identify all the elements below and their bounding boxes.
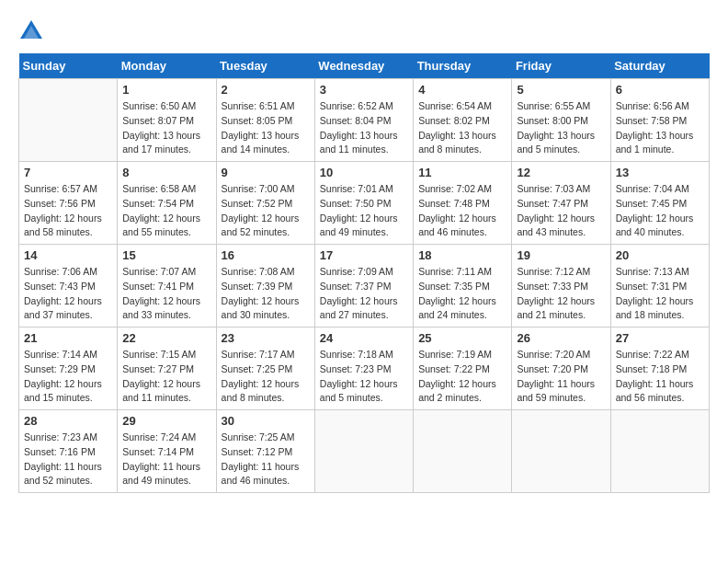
day-number: 5 xyxy=(517,83,605,97)
day-number: 20 xyxy=(616,248,704,262)
table-row: 7Sunrise: 6:57 AMSunset: 7:56 PMDaylight… xyxy=(19,162,118,245)
table-row: 9Sunrise: 7:00 AMSunset: 7:52 PMDaylight… xyxy=(216,162,314,245)
table-row xyxy=(19,79,118,162)
table-row: 29Sunrise: 7:24 AMSunset: 7:14 PMDayligh… xyxy=(118,410,216,493)
day-info: Sunrise: 7:25 AMSunset: 7:12 PMDaylight:… xyxy=(222,431,310,488)
table-row: 4Sunrise: 6:54 AMSunset: 8:02 PMDaylight… xyxy=(414,79,512,162)
logo-icon xyxy=(18,18,44,44)
day-info: Sunrise: 7:12 AMSunset: 7:33 PMDaylight:… xyxy=(517,265,605,323)
week-row: 14Sunrise: 7:06 AMSunset: 7:43 PMDayligh… xyxy=(19,245,710,327)
day-info: Sunrise: 7:19 AMSunset: 7:22 PMDaylight:… xyxy=(418,348,506,406)
day-info: Sunrise: 7:07 AMSunset: 7:41 PMDaylight:… xyxy=(122,265,210,323)
header-day: Sunday xyxy=(19,53,118,79)
day-number: 10 xyxy=(320,166,408,179)
table-row: 25Sunrise: 7:19 AMSunset: 7:22 PMDayligh… xyxy=(414,327,512,410)
day-number: 30 xyxy=(222,414,310,428)
day-info: Sunrise: 6:56 AMSunset: 7:58 PMDaylight:… xyxy=(616,99,704,157)
table-row xyxy=(512,410,610,493)
table-row: 6Sunrise: 6:56 AMSunset: 7:58 PMDaylight… xyxy=(610,79,709,162)
day-number: 24 xyxy=(320,331,408,345)
day-info: Sunrise: 6:54 AMSunset: 8:02 PMDaylight:… xyxy=(418,99,506,157)
day-info: Sunrise: 7:06 AMSunset: 7:43 PMDaylight:… xyxy=(24,265,112,323)
day-number: 13 xyxy=(616,166,704,179)
day-info: Sunrise: 7:09 AMSunset: 7:37 PMDaylight:… xyxy=(320,265,408,323)
table-row: 30Sunrise: 7:25 AMSunset: 7:12 PMDayligh… xyxy=(216,410,314,493)
day-info: Sunrise: 7:11 AMSunset: 7:35 PMDaylight:… xyxy=(418,265,506,323)
table-row: 18Sunrise: 7:11 AMSunset: 7:35 PMDayligh… xyxy=(414,245,512,327)
table-row: 28Sunrise: 7:23 AMSunset: 7:16 PMDayligh… xyxy=(19,410,118,493)
table-row: 14Sunrise: 7:06 AMSunset: 7:43 PMDayligh… xyxy=(19,245,118,327)
day-info: Sunrise: 7:01 AMSunset: 7:50 PMDaylight:… xyxy=(320,182,408,240)
table-row xyxy=(314,410,413,493)
day-info: Sunrise: 6:58 AMSunset: 7:54 PMDaylight:… xyxy=(122,182,210,240)
week-row: 28Sunrise: 7:23 AMSunset: 7:16 PMDayligh… xyxy=(19,410,710,493)
day-info: Sunrise: 7:08 AMSunset: 7:39 PMDaylight:… xyxy=(222,265,310,323)
day-info: Sunrise: 7:17 AMSunset: 7:25 PMDaylight:… xyxy=(222,348,310,406)
table-row: 16Sunrise: 7:08 AMSunset: 7:39 PMDayligh… xyxy=(216,245,314,327)
day-info: Sunrise: 6:55 AMSunset: 8:00 PMDaylight:… xyxy=(517,99,605,157)
day-number: 22 xyxy=(122,331,210,345)
table-row: 27Sunrise: 7:22 AMSunset: 7:18 PMDayligh… xyxy=(610,327,709,410)
day-number: 9 xyxy=(222,166,310,179)
day-info: Sunrise: 7:22 AMSunset: 7:18 PMDaylight:… xyxy=(616,348,704,406)
table-row: 3Sunrise: 6:52 AMSunset: 8:04 PMDaylight… xyxy=(314,79,413,162)
day-info: Sunrise: 6:52 AMSunset: 8:04 PMDaylight:… xyxy=(320,99,408,157)
day-number: 1 xyxy=(122,83,210,97)
day-number: 7 xyxy=(24,166,112,179)
day-info: Sunrise: 7:14 AMSunset: 7:29 PMDaylight:… xyxy=(24,348,112,406)
day-number: 16 xyxy=(222,248,310,262)
day-info: Sunrise: 6:57 AMSunset: 7:56 PMDaylight:… xyxy=(24,182,112,240)
table-row xyxy=(610,410,709,493)
day-number: 14 xyxy=(24,248,112,262)
table-row: 10Sunrise: 7:01 AMSunset: 7:50 PMDayligh… xyxy=(314,162,413,245)
day-info: Sunrise: 7:13 AMSunset: 7:31 PMDaylight:… xyxy=(616,265,704,323)
day-info: Sunrise: 6:50 AMSunset: 8:07 PMDaylight:… xyxy=(122,99,210,157)
day-number: 27 xyxy=(616,331,704,345)
day-number: 8 xyxy=(122,166,210,179)
header-day: Saturday xyxy=(610,53,709,79)
day-info: Sunrise: 6:51 AMSunset: 8:05 PMDaylight:… xyxy=(222,99,310,157)
table-row: 13Sunrise: 7:04 AMSunset: 7:45 PMDayligh… xyxy=(610,162,709,245)
day-number: 18 xyxy=(418,248,506,262)
day-number: 29 xyxy=(122,414,210,428)
table-row: 26Sunrise: 7:20 AMSunset: 7:20 PMDayligh… xyxy=(512,327,610,410)
day-info: Sunrise: 7:00 AMSunset: 7:52 PMDaylight:… xyxy=(222,182,310,240)
header-day: Thursday xyxy=(414,53,512,79)
calendar-table: SundayMondayTuesdayWednesdayThursdayFrid… xyxy=(18,53,710,493)
day-info: Sunrise: 7:15 AMSunset: 7:27 PMDaylight:… xyxy=(122,348,210,406)
week-row: 7Sunrise: 6:57 AMSunset: 7:56 PMDaylight… xyxy=(19,162,710,245)
day-number: 11 xyxy=(418,166,506,179)
logo xyxy=(18,18,48,44)
page-header xyxy=(18,18,710,44)
table-row: 12Sunrise: 7:03 AMSunset: 7:47 PMDayligh… xyxy=(512,162,610,245)
day-number: 17 xyxy=(320,248,408,262)
table-row: 11Sunrise: 7:02 AMSunset: 7:48 PMDayligh… xyxy=(414,162,512,245)
day-info: Sunrise: 7:23 AMSunset: 7:16 PMDaylight:… xyxy=(24,431,112,488)
day-number: 26 xyxy=(517,331,605,345)
day-number: 25 xyxy=(418,331,506,345)
table-row: 21Sunrise: 7:14 AMSunset: 7:29 PMDayligh… xyxy=(19,327,118,410)
day-info: Sunrise: 7:18 AMSunset: 7:23 PMDaylight:… xyxy=(320,348,408,406)
day-number: 12 xyxy=(517,166,605,179)
header-row: SundayMondayTuesdayWednesdayThursdayFrid… xyxy=(19,53,710,79)
table-row: 19Sunrise: 7:12 AMSunset: 7:33 PMDayligh… xyxy=(512,245,610,327)
day-number: 21 xyxy=(24,331,112,345)
table-row: 17Sunrise: 7:09 AMSunset: 7:37 PMDayligh… xyxy=(314,245,413,327)
table-row: 23Sunrise: 7:17 AMSunset: 7:25 PMDayligh… xyxy=(216,327,314,410)
table-row: 20Sunrise: 7:13 AMSunset: 7:31 PMDayligh… xyxy=(610,245,709,327)
header-day: Monday xyxy=(118,53,216,79)
header-day: Tuesday xyxy=(216,53,314,79)
table-row xyxy=(414,410,512,493)
table-row: 15Sunrise: 7:07 AMSunset: 7:41 PMDayligh… xyxy=(118,245,216,327)
week-row: 21Sunrise: 7:14 AMSunset: 7:29 PMDayligh… xyxy=(19,327,710,410)
table-row: 8Sunrise: 6:58 AMSunset: 7:54 PMDaylight… xyxy=(118,162,216,245)
table-row: 5Sunrise: 6:55 AMSunset: 8:00 PMDaylight… xyxy=(512,79,610,162)
table-row: 24Sunrise: 7:18 AMSunset: 7:23 PMDayligh… xyxy=(314,327,413,410)
week-row: 1Sunrise: 6:50 AMSunset: 8:07 PMDaylight… xyxy=(19,79,710,162)
day-info: Sunrise: 7:20 AMSunset: 7:20 PMDaylight:… xyxy=(517,348,605,406)
day-info: Sunrise: 7:03 AMSunset: 7:47 PMDaylight:… xyxy=(517,182,605,240)
day-number: 19 xyxy=(517,248,605,262)
day-number: 3 xyxy=(320,83,408,97)
header-day: Friday xyxy=(512,53,610,79)
day-info: Sunrise: 7:04 AMSunset: 7:45 PMDaylight:… xyxy=(616,182,704,240)
